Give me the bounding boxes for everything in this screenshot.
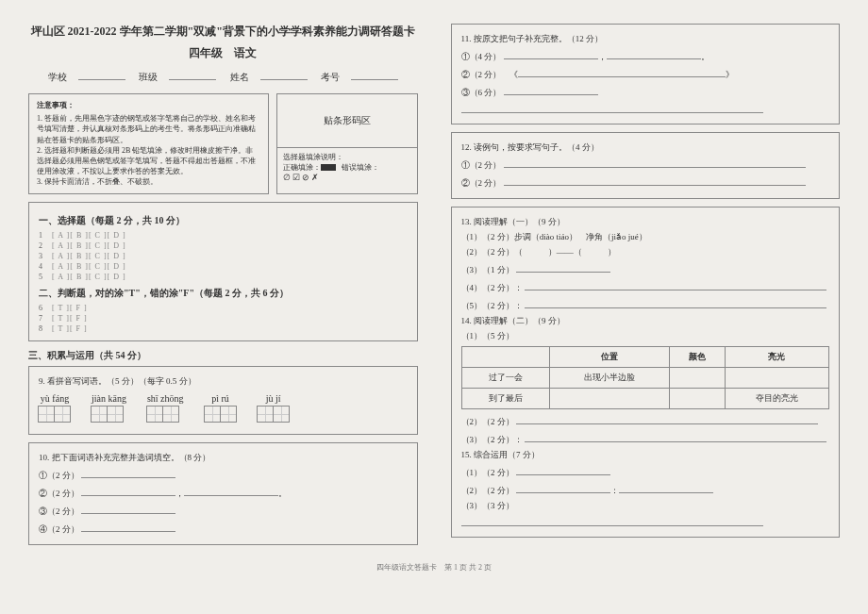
answer-blank[interactable] (516, 413, 818, 424)
bubble-row[interactable]: 3[ A ][ B ][ C ][ D ] (39, 252, 408, 260)
q11-line-1: ①（4 分） (461, 52, 502, 61)
id-label: 考号 (321, 72, 340, 82)
char-cell[interactable] (204, 406, 221, 423)
table-header (461, 347, 549, 368)
answer-blank[interactable] (525, 297, 826, 308)
class-blank[interactable] (169, 69, 216, 80)
answer-blank[interactable] (619, 482, 713, 493)
table-cell[interactable] (669, 368, 725, 389)
id-blank[interactable] (351, 69, 398, 80)
subtitle: 四年级 语文 (28, 45, 418, 61)
answer-blank[interactable] (518, 66, 726, 77)
q13-line-3: （3）（1 分） (461, 265, 514, 274)
bubble-row[interactable]: 8[ T ][ F ] (39, 324, 408, 333)
char-cell[interactable] (257, 406, 274, 423)
table-cell: 到了最后 (461, 389, 549, 409)
answer-blank[interactable] (81, 521, 175, 532)
answer-blank[interactable] (461, 515, 763, 526)
answer-blank[interactable] (525, 279, 826, 290)
school-label: 学校 (48, 72, 67, 82)
q11-box: 11. 按原文把句子补充完整。（12 分） ①（4 分） ，。 ②（2 分） 《… (451, 24, 841, 124)
q13-title: 13. 阅读理解（一）（9 分） (461, 216, 830, 228)
q9-box: 9. 看拼音写词语。（5 分）（每字 0.5 分） yù fáng jiàn k… (28, 366, 418, 435)
answer-blank[interactable] (607, 48, 701, 59)
wrong-fill-icon: ∅☑⊘✗ (283, 173, 321, 182)
answer-blank[interactable] (81, 485, 175, 496)
sec3-title: 三、积累与运用（共 54 分） (28, 349, 418, 362)
barcode-area[interactable]: 贴条形码区 (277, 94, 417, 148)
answer-blank[interactable] (504, 48, 598, 59)
fill-instructions: 选择题填涂说明： 正确填涂： 错误填涂：∅☑⊘✗ (277, 148, 417, 193)
q9-title: 9. 看拼音写词语。（5 分）（每字 0.5 分） (39, 375, 408, 388)
q12-box: 12. 读例句，按要求写句子。（4 分） ①（2 分） ②（2 分） (451, 132, 841, 199)
table-cell[interactable] (549, 389, 669, 409)
q13-line-2: （2）（2 分）（ ）——（ ） (461, 246, 830, 258)
q10-box: 10. 把下面词语补充完整并选词填空。（8 分） ①（2 分） ②（2 分） ，… (28, 442, 418, 545)
table-header: 位置 (549, 347, 669, 368)
table-header: 亮光 (725, 347, 828, 368)
answer-blank[interactable] (81, 503, 175, 514)
bubble-row[interactable]: 6[ T ][ F ] (39, 304, 408, 312)
char-cell[interactable] (220, 406, 237, 423)
pinyin-label: jù jí (258, 393, 290, 404)
page-footer: 四年级语文答题卡 第 1 页 共 2 页 (28, 562, 840, 573)
answer-blank[interactable] (516, 482, 610, 493)
answer-blank[interactable] (516, 261, 610, 273)
q10-title: 10. 把下面词语补充完整并选词填空。（8 分） (39, 452, 408, 464)
q14-line-2: （2）（2 分） (461, 417, 514, 426)
q11-line-2: ②（2 分） 《 (461, 70, 519, 79)
pinyin-label: jiàn kāng (92, 393, 126, 404)
answer-blank[interactable] (504, 157, 806, 168)
char-cell[interactable] (91, 406, 108, 423)
correct-fill-icon (321, 164, 336, 171)
answer-blank[interactable] (504, 174, 806, 186)
q10-line-1: ①（2 分） (39, 471, 79, 480)
char-cell[interactable] (273, 406, 290, 423)
student-info: 学校 班级 姓名 考号 (28, 69, 418, 84)
table-row: 过了一会 出现小半边脸 (461, 368, 829, 389)
table-cell: 出现小半边脸 (549, 368, 669, 389)
q12-title: 12. 读例句，按要求写句子。（4 分） (461, 141, 830, 154)
q10-line-2: ②（2 分） (39, 489, 79, 498)
bubble-row[interactable]: 5[ A ][ B ][ C ][ D ] (39, 273, 408, 281)
bubble-row[interactable]: 1[ A ][ B ][ C ][ D ] (39, 231, 408, 240)
notice-item-1: 1. 答题前，先用黑色字迹的钢笔或签字笔将自己的学校、姓名和考号填写清楚，并认真… (37, 113, 260, 145)
q13-line-5: （5）（2 分）： (461, 301, 523, 310)
bubble-row[interactable]: 7[ T ][ F ] (39, 314, 408, 323)
char-cell[interactable] (54, 406, 71, 423)
q14-table: 位置 颜色 亮光 过了一会 出现小半边脸 到了最后 夺目的亮光 (461, 346, 830, 409)
main-title: 坪山区 2021-2022 学年第二学期"双减"背景下的小学学科素养能力调研答题… (28, 24, 418, 40)
q14-line-1: （1）（5 分） (461, 330, 830, 342)
table-row: 到了最后 夺目的亮光 (461, 389, 829, 409)
notice-item-3: 3. 保持卡面清洁，不折叠、不破损。 (37, 176, 260, 187)
char-cell[interactable] (107, 406, 124, 423)
pinyin-item: jù jí (258, 393, 290, 423)
pinyin-item: shī zhōng (147, 393, 184, 423)
correct-label: 正确填涂： (283, 163, 321, 172)
bubble-row[interactable]: 2[ A ][ B ][ C ][ D ] (39, 241, 408, 250)
table-cell: 过了一会 (461, 368, 549, 389)
char-cell[interactable] (162, 406, 179, 423)
pinyin-label: pì rú (205, 393, 237, 404)
answer-blank[interactable] (525, 431, 826, 442)
char-cell[interactable] (38, 406, 55, 423)
answer-blank[interactable] (461, 102, 763, 113)
q14-line-3: （3）（2 分）： (461, 435, 523, 444)
q10-line-4: ④（2 分） (39, 524, 79, 534)
name-blank[interactable] (260, 69, 308, 80)
answer-blank[interactable] (184, 485, 278, 496)
pinyin-item: jiàn kāng (92, 393, 126, 423)
choice-box: 一、选择题（每题 2 分，共 10 分） 1[ A ][ B ][ C ][ D… (28, 202, 418, 341)
table-header: 颜色 (669, 347, 725, 368)
fill-title: 选择题填涂说明： (283, 152, 411, 162)
pinyin-item: yù fáng (39, 393, 71, 423)
table-cell[interactable] (725, 368, 828, 389)
answer-blank[interactable] (504, 84, 598, 95)
bubble-row[interactable]: 4[ A ][ B ][ C ][ D ] (39, 262, 408, 271)
table-cell[interactable] (669, 389, 725, 409)
q15-line-3: （3）（3 分） (461, 501, 514, 510)
answer-blank[interactable] (516, 464, 610, 475)
answer-blank[interactable] (81, 467, 175, 478)
char-cell[interactable] (146, 406, 163, 423)
school-blank[interactable] (78, 69, 125, 80)
